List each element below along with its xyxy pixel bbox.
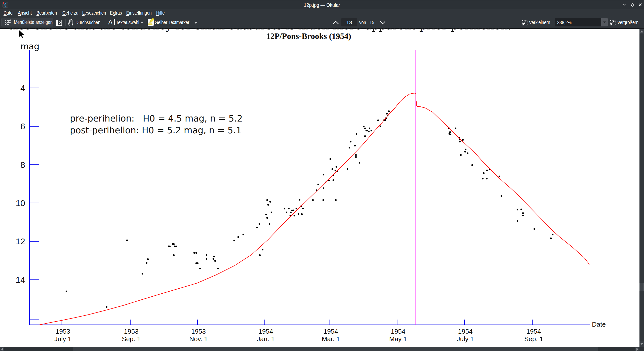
x-tick-label-date: Mar. 1: [322, 335, 340, 343]
scroll-left-button[interactable]: [0, 347, 4, 351]
menu-bearbeiten[interactable]: Bearbeiten: [36, 10, 57, 16]
vertical-scrollbar[interactable]: [639, 29, 644, 347]
highlighter-caret caret-down-icon[interactable]: [194, 21, 198, 24]
show-menubar-icon: [5, 19, 11, 25]
total-pages-value: 15: [370, 19, 374, 25]
data-point: [317, 184, 319, 185]
data-point: [243, 234, 244, 235]
data-point: [356, 133, 357, 135]
close-button close-icon[interactable]: [638, 3, 642, 7]
data-point: [336, 166, 337, 168]
zoom-out-button zoom-out-icon[interactable]: [522, 20, 528, 25]
data-point: [459, 141, 461, 142]
data-point: [206, 258, 207, 260]
data-point: [363, 126, 365, 127]
vertical-scrollbar-thumb[interactable]: [639, 283, 644, 291]
highlighter-label[interactable]: Gelber Textmarker: [155, 19, 189, 25]
scroll-right-button[interactable]: [635, 347, 639, 351]
text-selection-label[interactable]: Textauswahl: [116, 19, 139, 25]
browse-label[interactable]: Durchsuchen: [75, 19, 100, 25]
horizontal-scrollbar[interactable]: [0, 347, 639, 351]
y-tick-label: 12: [16, 237, 25, 246]
data-point: [355, 156, 357, 158]
data-point: [293, 210, 294, 211]
y-tick-label: 14: [16, 275, 25, 285]
data-point: [299, 199, 300, 201]
data-point: [377, 120, 379, 121]
data-point: [146, 262, 147, 264]
data-point: [380, 126, 381, 127]
data-point: [259, 254, 261, 256]
data-point: [265, 214, 267, 215]
data-point: [195, 252, 197, 254]
zoom-in-label[interactable]: Vergrößern: [617, 19, 638, 25]
current-page-input[interactable]: 13: [341, 18, 357, 26]
text-selection-caret caret-down-icon[interactable]: [140, 21, 144, 24]
data-point: [349, 147, 350, 148]
data-point: [328, 180, 330, 181]
data-point: [294, 215, 295, 216]
data-point: [106, 306, 107, 308]
data-point: [355, 154, 357, 156]
minimize-button chevron-down-icon[interactable]: [622, 3, 626, 7]
x-tick-label-year: 1954: [259, 328, 273, 335]
menu-lesezeichen[interactable]: Lesezeichen: [82, 10, 106, 16]
data-point: [323, 199, 324, 201]
zoom-dropdown-button[interactable]: [601, 18, 608, 26]
next-page-button chevron-down-icon[interactable]: [379, 20, 386, 25]
data-point: [197, 262, 198, 264]
menu-extras[interactable]: Extras: [110, 10, 122, 16]
maximize-button diamond-icon[interactable]: [630, 3, 635, 7]
data-point: [288, 208, 290, 209]
data-point: [217, 268, 219, 269]
data-point: [460, 154, 462, 156]
browse-button hand-icon[interactable]: [67, 19, 74, 26]
data-point: [486, 170, 488, 171]
fitted-curve: [39, 93, 589, 325]
show-menubar-label: Menüleiste anzeigen: [14, 19, 53, 25]
zoom-out-label[interactable]: Verkleinern: [529, 19, 550, 25]
previous-page-button chevron-up-icon[interactable]: [333, 20, 339, 25]
data-point: [173, 254, 175, 256]
highlighter-button highlighter-icon[interactable]: [147, 18, 154, 26]
data-point: [262, 249, 263, 250]
zoom-combobox[interactable]: 338,2%: [555, 18, 608, 26]
x-tick-label-date: July 1: [457, 335, 474, 343]
show-menubar-button[interactable]: Menüleiste anzeigen: [2, 18, 53, 26]
x-tick-label-year: 1954: [391, 328, 406, 335]
x-tick-label-year: 1953: [191, 328, 206, 335]
data-point: [332, 168, 333, 170]
text-selection-button text-select-icon[interactable]: A: [108, 19, 116, 26]
data-point: [298, 213, 299, 215]
document-view[interactable]: also shows that the tendency for small o…: [0, 29, 639, 347]
menu-einstellungen[interactable]: Einstellungen: [126, 10, 152, 16]
triangle-left-icon: [1, 348, 3, 351]
data-point: [256, 227, 258, 228]
data-point: [169, 246, 171, 247]
menu-gehe-zu[interactable]: Gehe zu: [62, 10, 78, 16]
data-point: [126, 240, 128, 241]
menu-hilfe[interactable]: Hilfe: [156, 10, 165, 16]
scroll-up-button[interactable]: [639, 29, 644, 34]
data-point: [269, 201, 271, 203]
data-point: [520, 209, 522, 210]
data-point: [364, 128, 366, 129]
menu-datei[interactable]: Datei: [4, 10, 13, 16]
data-point: [271, 212, 272, 213]
data-point: [266, 217, 268, 219]
scroll-down-button[interactable]: [639, 341, 644, 347]
x-tick-label-date: May 1: [389, 335, 407, 343]
menu-ansicht[interactable]: Ansicht: [18, 10, 32, 16]
zoom-in-button zoom-in-icon[interactable]: [610, 20, 616, 25]
data-point: [550, 238, 552, 239]
data-point: [323, 187, 324, 189]
caret-down-icon: [603, 21, 606, 23]
data-point: [464, 151, 466, 152]
navigation-panel-button sidebar-panel-icon[interactable]: [56, 19, 62, 26]
data-point: [296, 208, 297, 209]
tool-bar: Menüleiste anzeigen Durchsuchen A Textau…: [0, 17, 644, 29]
data-point: [467, 152, 468, 154]
x-tick-label-date: Sep. 1: [122, 335, 141, 343]
horizontal-scrollbar-thumb[interactable]: [73, 347, 598, 351]
title-bar: 12p.jpg — Okular: [0, 0, 644, 9]
